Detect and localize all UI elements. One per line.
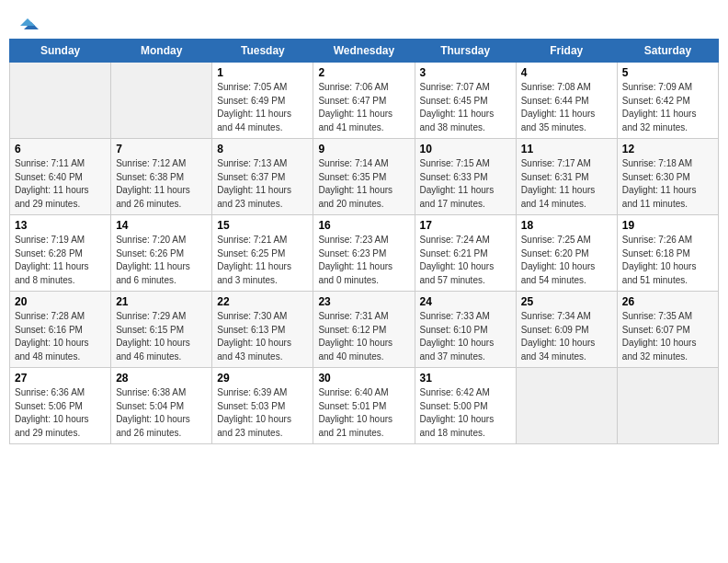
day-cell: 7Sunrise: 7:12 AM Sunset: 6:38 PM Daylig… (111, 139, 212, 215)
day-info: Sunrise: 7:34 AM Sunset: 6:09 PM Dayligh… (521, 310, 612, 363)
day-number: 10 (420, 143, 511, 155)
day-info: Sunrise: 7:06 AM Sunset: 6:47 PM Dayligh… (318, 81, 409, 134)
day-info: Sunrise: 7:13 AM Sunset: 6:37 PM Dayligh… (217, 157, 308, 211)
weekday-tuesday: Tuesday (212, 40, 313, 63)
day-cell: 12Sunrise: 7:18 AM Sunset: 6:30 PM Dayli… (617, 139, 718, 215)
weekday-thursday: Thursday (415, 40, 516, 63)
day-info: Sunrise: 7:18 AM Sunset: 6:30 PM Dayligh… (622, 157, 713, 211)
day-cell: 28Sunrise: 6:38 AM Sunset: 5:04 PM Dayli… (111, 368, 212, 444)
week-row-1: 1Sunrise: 7:05 AM Sunset: 6:49 PM Daylig… (10, 63, 719, 139)
day-number: 1 (217, 66, 308, 79)
day-cell: 29Sunrise: 6:39 AM Sunset: 5:03 PM Dayli… (212, 368, 313, 444)
day-info: Sunrise: 7:30 AM Sunset: 6:13 PM Dayligh… (217, 310, 308, 363)
day-cell: 18Sunrise: 7:25 AM Sunset: 6:20 PM Dayli… (516, 215, 617, 292)
day-info: Sunrise: 6:36 AM Sunset: 5:06 PM Dayligh… (15, 386, 106, 440)
weekday-friday: Friday (516, 40, 617, 63)
weekday-monday: Monday (111, 40, 212, 63)
day-cell: 27Sunrise: 6:36 AM Sunset: 5:06 PM Dayli… (10, 368, 111, 444)
day-info: Sunrise: 7:09 AM Sunset: 6:42 PM Dayligh… (622, 81, 713, 134)
day-cell: 22Sunrise: 7:30 AM Sunset: 6:13 PM Dayli… (212, 292, 313, 368)
weekday-wednesday: Wednesday (313, 40, 415, 63)
day-number: 15 (217, 219, 308, 232)
day-info: Sunrise: 7:08 AM Sunset: 6:44 PM Dayligh… (521, 81, 612, 134)
day-number: 13 (15, 219, 106, 232)
day-info: Sunrise: 7:11 AM Sunset: 6:40 PM Dayligh… (15, 157, 106, 211)
day-info: Sunrise: 7:29 AM Sunset: 6:15 PM Dayligh… (116, 310, 207, 363)
day-info: Sunrise: 7:17 AM Sunset: 6:31 PM Dayligh… (521, 157, 612, 211)
svg-marker-1 (20, 18, 35, 26)
day-info: Sunrise: 7:31 AM Sunset: 6:12 PM Dayligh… (318, 310, 409, 363)
day-info: Sunrise: 7:21 AM Sunset: 6:25 PM Dayligh… (217, 234, 308, 287)
day-info: Sunrise: 7:35 AM Sunset: 6:07 PM Dayligh… (622, 310, 713, 363)
day-info: Sunrise: 7:07 AM Sunset: 6:45 PM Dayligh… (420, 81, 511, 134)
day-cell: 9Sunrise: 7:14 AM Sunset: 6:35 PM Daylig… (313, 139, 415, 215)
day-cell: 2Sunrise: 7:06 AM Sunset: 6:47 PM Daylig… (313, 63, 415, 139)
day-cell: 17Sunrise: 7:24 AM Sunset: 6:21 PM Dayli… (415, 215, 516, 292)
day-number: 4 (521, 66, 612, 79)
day-cell: 16Sunrise: 7:23 AM Sunset: 6:23 PM Dayli… (313, 215, 415, 292)
day-cell (516, 368, 617, 444)
day-number: 18 (521, 219, 612, 232)
day-cell: 5Sunrise: 7:09 AM Sunset: 6:42 PM Daylig… (617, 63, 718, 139)
day-cell: 13Sunrise: 7:19 AM Sunset: 6:28 PM Dayli… (10, 215, 111, 292)
day-number: 3 (420, 66, 511, 79)
weekday-header-row: SundayMondayTuesdayWednesdayThursdayFrid… (10, 40, 719, 63)
day-number: 8 (217, 143, 308, 155)
day-cell (617, 368, 718, 444)
day-number: 19 (622, 219, 713, 232)
day-cell: 30Sunrise: 6:40 AM Sunset: 5:01 PM Dayli… (313, 368, 415, 444)
day-info: Sunrise: 7:14 AM Sunset: 6:35 PM Dayligh… (318, 157, 409, 211)
day-cell: 1Sunrise: 7:05 AM Sunset: 6:49 PM Daylig… (212, 63, 313, 139)
week-row-2: 6Sunrise: 7:11 AM Sunset: 6:40 PM Daylig… (10, 139, 719, 215)
day-cell: 24Sunrise: 7:33 AM Sunset: 6:10 PM Dayli… (415, 292, 516, 368)
day-cell: 26Sunrise: 7:35 AM Sunset: 6:07 PM Dayli… (617, 292, 718, 368)
day-number: 25 (521, 295, 612, 308)
day-number: 22 (217, 295, 308, 308)
day-number: 2 (318, 66, 409, 79)
day-number: 23 (318, 295, 409, 308)
day-info: Sunrise: 7:20 AM Sunset: 6:26 PM Dayligh… (116, 234, 207, 287)
day-info: Sunrise: 6:42 AM Sunset: 5:00 PM Dayligh… (420, 386, 511, 440)
day-number: 24 (420, 295, 511, 308)
day-number: 27 (15, 372, 106, 385)
weekday-saturday: Saturday (617, 40, 718, 63)
day-cell: 14Sunrise: 7:20 AM Sunset: 6:26 PM Dayli… (111, 215, 212, 292)
day-number: 9 (318, 143, 409, 155)
day-number: 21 (116, 295, 207, 308)
day-info: Sunrise: 7:12 AM Sunset: 6:38 PM Dayligh… (116, 157, 207, 211)
week-row-4: 20Sunrise: 7:28 AM Sunset: 6:16 PM Dayli… (10, 292, 719, 368)
day-number: 31 (420, 372, 511, 385)
day-cell: 3Sunrise: 7:07 AM Sunset: 6:45 PM Daylig… (415, 63, 516, 139)
week-row-3: 13Sunrise: 7:19 AM Sunset: 6:28 PM Dayli… (10, 215, 719, 292)
day-number: 14 (116, 219, 207, 232)
day-number: 7 (116, 143, 207, 155)
day-number: 11 (521, 143, 612, 155)
weekday-sunday: Sunday (10, 40, 111, 63)
day-cell: 11Sunrise: 7:17 AM Sunset: 6:31 PM Dayli… (516, 139, 617, 215)
day-number: 5 (622, 66, 713, 79)
page-header (9, 9, 719, 33)
day-number: 28 (116, 372, 207, 385)
day-cell (111, 63, 212, 139)
day-info: Sunrise: 7:19 AM Sunset: 6:28 PM Dayligh… (15, 234, 106, 287)
day-cell: 10Sunrise: 7:15 AM Sunset: 6:33 PM Dayli… (415, 139, 516, 215)
day-info: Sunrise: 7:23 AM Sunset: 6:23 PM Dayligh… (318, 234, 409, 287)
calendar-body: 1Sunrise: 7:05 AM Sunset: 6:49 PM Daylig… (10, 63, 719, 444)
day-number: 30 (318, 372, 409, 385)
day-info: Sunrise: 7:28 AM Sunset: 6:16 PM Dayligh… (15, 310, 106, 363)
logo-icon (18, 13, 39, 33)
day-info: Sunrise: 7:05 AM Sunset: 6:49 PM Dayligh… (217, 81, 308, 134)
day-number: 26 (622, 295, 713, 308)
day-info: Sunrise: 6:38 AM Sunset: 5:04 PM Dayligh… (116, 386, 207, 440)
day-number: 6 (15, 143, 106, 155)
day-cell: 31Sunrise: 6:42 AM Sunset: 5:00 PM Dayli… (415, 368, 516, 444)
day-number: 20 (15, 295, 106, 308)
day-info: Sunrise: 7:15 AM Sunset: 6:33 PM Dayligh… (420, 157, 511, 211)
day-cell: 6Sunrise: 7:11 AM Sunset: 6:40 PM Daylig… (10, 139, 111, 215)
day-cell: 20Sunrise: 7:28 AM Sunset: 6:16 PM Dayli… (10, 292, 111, 368)
day-info: Sunrise: 6:40 AM Sunset: 5:01 PM Dayligh… (318, 386, 409, 440)
day-info: Sunrise: 7:24 AM Sunset: 6:21 PM Dayligh… (420, 234, 511, 287)
day-cell: 19Sunrise: 7:26 AM Sunset: 6:18 PM Dayli… (617, 215, 718, 292)
day-info: Sunrise: 7:25 AM Sunset: 6:20 PM Dayligh… (521, 234, 612, 287)
day-cell: 21Sunrise: 7:29 AM Sunset: 6:15 PM Dayli… (111, 292, 212, 368)
